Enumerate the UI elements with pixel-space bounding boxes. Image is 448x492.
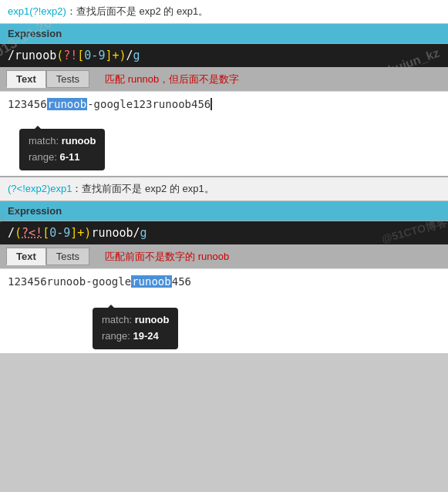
cursor1 <box>211 98 218 110</box>
expr2-flag: g <box>140 226 147 240</box>
expr2-name: runoob <box>91 226 133 240</box>
tab1-tests[interactable]: Tests <box>46 70 89 88</box>
expr1-plus: + <box>112 49 119 62</box>
section1-colon: ：查找后面不是 exp2 的 exp1。 <box>66 5 208 17</box>
section2-exp-label: (?<!exp2)exp1 <box>8 183 72 194</box>
section1-text-area: 123456runoob-google123runoob456 match: r… <box>0 91 448 176</box>
section2-tabs-row: Text Tests 匹配前面不是数字的 runoob <box>0 244 448 268</box>
text1-match: runoob <box>47 98 88 110</box>
expr1-name: runoob <box>15 49 56 62</box>
expr2-bracket-open: [ <box>42 226 49 240</box>
section2-top-label: (?<!exp2)exp1：查找前面不是 exp2 的 exp1。 <box>0 176 448 201</box>
expr2-qmark-lt-bang: ?<! <box>22 226 42 240</box>
text2-match: runoob <box>131 275 172 288</box>
tooltip1-range-label: range: <box>29 151 57 163</box>
expr1-paren-close: ) <box>120 49 126 62</box>
section2-header-text: Expression <box>8 205 62 217</box>
tooltip1-match-label: match: <box>29 135 59 147</box>
expr1-bracket-open: [ <box>77 49 84 62</box>
section1-expression: /runoob(?![0-9]+)/g <box>0 44 448 67</box>
text1-after: -google123runoob456 <box>87 98 211 110</box>
expr2-bracket-close: ] <box>70 226 77 240</box>
section2: kz_x @51CTO博客 Expression /(?<![0-9]+)run… <box>0 201 448 353</box>
tab1-text[interactable]: Text <box>6 70 46 88</box>
expr2-plus: + <box>77 226 84 240</box>
tooltip2-range-value: 19-24 <box>133 330 159 342</box>
section2-tooltip: match: runoob range: 19-24 <box>93 308 178 349</box>
text1-before: 123456 <box>8 98 47 110</box>
expr2-slash1: / <box>8 226 15 240</box>
expr1-slash2: / <box>126 49 133 62</box>
section1: 2013-10-20 hujun_kz Expression /runoob(?… <box>0 24 448 176</box>
section1-header: Expression <box>0 24 448 44</box>
tooltip2-range-label: range: <box>102 330 130 342</box>
tooltip1-range-value: 6-11 <box>60 151 80 163</box>
expr1-paren-open: ( <box>56 49 63 62</box>
text2-before: 123456runoob-google <box>8 275 131 288</box>
bottom-space <box>0 353 448 361</box>
section1-tooltip: match: runoob range: 6-11 <box>19 129 105 170</box>
section2-text-area: 123456runoob-googlerunoob456 match: runo… <box>0 268 448 353</box>
section1-header-text: Expression <box>8 28 62 39</box>
section1-exp1: exp1(?!exp2) <box>8 5 66 17</box>
section1-tabs-row: Text Tests 匹配 runnob，但后面不是数字 <box>0 67 448 91</box>
expr1-qmark-bang: ?! <box>63 49 77 62</box>
tab2-text[interactable]: Text <box>6 248 46 265</box>
expr2-paren-open: ( <box>15 226 22 240</box>
section2-expression: /(?<![0-9]+)runoob/g <box>0 221 448 244</box>
tooltip1-match-value: runoob <box>62 135 96 147</box>
tooltip2-match-value: runoob <box>135 314 170 325</box>
section2-label-text: ：查找前面不是 exp2 的 exp1。 <box>72 183 214 194</box>
section2-header: Expression <box>0 201 448 221</box>
expr1-flag: g <box>133 49 140 62</box>
tooltip2-match-label: match: <box>102 314 132 325</box>
section1-label-text: exp1(?!exp2)：查找后面不是 exp2 的 exp1。 <box>8 5 208 17</box>
expr2-slash2: / <box>133 226 140 240</box>
text2-after: 456 <box>172 275 191 288</box>
tab2-tests[interactable]: Tests <box>46 248 89 265</box>
expr2-range: 0-9 <box>49 226 70 240</box>
expr1-slash1: / <box>8 49 15 62</box>
expr1-range: 0-9 <box>84 49 105 62</box>
section1-hint: 匹配 runnob，但后面不是数字 <box>105 72 239 86</box>
section2-hint: 匹配前面不是数字的 runoob <box>105 250 229 264</box>
section1-top-label: exp1(?!exp2)：查找后面不是 exp2 的 exp1。 <box>0 0 448 24</box>
